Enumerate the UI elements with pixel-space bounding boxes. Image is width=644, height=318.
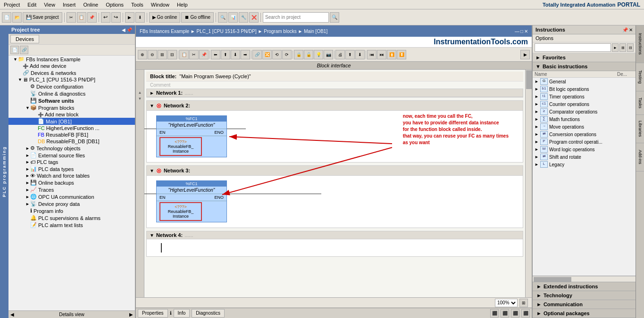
inst-item-move[interactable]: ► → Move operations xyxy=(533,123,636,130)
inst-item-comparator[interactable]: ► ≥ Comparator operations xyxy=(533,108,636,115)
inst-view-btn2[interactable]: ⊟ xyxy=(627,43,634,52)
go-online-btn[interactable]: ▶Go online xyxy=(149,12,181,23)
tree-item-program-blocks[interactable]: ▼📦 Program blocks xyxy=(8,104,135,111)
inst-item-math[interactable]: ► ∑ Math functions xyxy=(533,115,636,123)
tree-item-reusable-db[interactable]: DB ReusableFB_DB [DB1] xyxy=(8,138,135,145)
search-btn[interactable]: 🔍 xyxy=(330,12,339,23)
ed-btn-19[interactable]: 📷 xyxy=(324,50,333,59)
ed-btn-20[interactable]: 🖨 xyxy=(335,50,345,59)
inst-item-legacy[interactable]: ► L Legacy xyxy=(533,161,636,168)
ed-btn-2[interactable]: ⊖ xyxy=(148,50,157,59)
portal-btn3[interactable]: 🔧 xyxy=(239,12,248,23)
tree-collapse-btn[interactable]: ◀ xyxy=(122,27,125,33)
open-btn[interactable]: 📂 xyxy=(12,12,22,23)
ed-btn-3[interactable]: ⊞ xyxy=(158,50,167,59)
zoom-selector[interactable]: 100% 75% 150% xyxy=(495,299,518,307)
tree-item-traces[interactable]: ►📈 Traces xyxy=(8,186,135,193)
ed-btn-12[interactable]: 🔗 xyxy=(252,50,262,59)
status-tab-properties[interactable]: Properties xyxy=(138,309,168,318)
net4-expand[interactable]: ▼ xyxy=(150,233,154,238)
cut-btn[interactable]: ✂ xyxy=(67,12,76,23)
status-tab-info[interactable]: Info xyxy=(174,309,190,318)
inst-item-conversion[interactable]: ► ⇄ Conversion operations xyxy=(533,130,636,138)
new-btn[interactable]: 📄 xyxy=(2,12,11,23)
vtab-testing[interactable]: Testing xyxy=(636,63,644,91)
inst-item-timer[interactable]: ► t1 Timer operations xyxy=(533,93,636,100)
copy-btn[interactable]: 📋 xyxy=(77,12,86,23)
ed-btn-16[interactable]: 🔒 xyxy=(294,50,303,59)
tree-item-device-proxy[interactable]: ►📡 Device proxy data xyxy=(8,200,135,207)
net3-expand[interactable]: ▼ xyxy=(150,168,154,173)
ed-btn-24[interactable]: ⏭ xyxy=(377,50,386,59)
tree-item-plc-tags[interactable]: ►🏷 PLC tags xyxy=(8,159,135,165)
bottom-nav-2[interactable]: ⬛ xyxy=(501,309,509,318)
tree-item-higher-level[interactable]: FC HigherLevelFunction ... xyxy=(8,125,135,131)
optional-packages-section[interactable]: ► Optional packages xyxy=(533,309,636,318)
favorites-header[interactable]: ► Favorites xyxy=(533,53,636,62)
bottom-nav-1[interactable]: ⬛ xyxy=(490,309,499,318)
tree-item-external-files[interactable]: ►📄 External source files xyxy=(8,152,135,159)
tree-item-fbs-root[interactable]: ▼📁 FBs Instances Example xyxy=(8,56,135,63)
inst-item-program-control[interactable]: ► P Program control operati... xyxy=(533,138,636,146)
ed-btn-6[interactable]: ✂ xyxy=(189,50,199,59)
inst-search-input[interactable] xyxy=(535,43,611,52)
menu-insert[interactable]: Insert xyxy=(59,1,80,8)
ed-btn-26[interactable]: ⏬ xyxy=(397,50,406,59)
undo-btn[interactable]: ↩ xyxy=(101,12,110,23)
tree-item-plc-alarm-text[interactable]: 📝 PLC alarm text lists xyxy=(8,221,135,228)
menu-window[interactable]: Window xyxy=(147,1,173,8)
inst-item-bit-logic[interactable]: ► b1 Bit logic operations xyxy=(533,85,636,93)
net2-expand[interactable]: ▼ xyxy=(150,103,154,108)
editor-content[interactable]: Block title: "Main Program Sweep (Cycle)… xyxy=(144,70,525,297)
tree-item-program-info[interactable]: ℹ Program info xyxy=(8,207,135,214)
download-btn[interactable]: ⬇ xyxy=(135,12,145,23)
inst-pin-btn[interactable]: 📌 xyxy=(622,27,628,33)
tree-item-add-block[interactable]: ➕ Add new block xyxy=(8,111,135,118)
menu-help[interactable]: Help xyxy=(173,1,192,8)
portal-btn1[interactable]: 🔍 xyxy=(218,12,227,23)
ed-btn-15[interactable]: ⟳ xyxy=(282,50,292,59)
technology-section[interactable]: ► Technology xyxy=(533,291,636,300)
ed-btn-22[interactable]: ⬇ xyxy=(355,50,365,59)
redo-btn[interactable]: ↪ xyxy=(111,12,121,23)
tree-item-watch-force[interactable]: ►👁 Watch and force tables xyxy=(8,172,135,179)
ed-btn-13[interactable]: 🔀 xyxy=(262,50,272,59)
ed-btn-10[interactable]: ⬇ xyxy=(231,50,240,59)
tree-item-tech-objects[interactable]: ►⚙ Technology objects xyxy=(8,145,135,152)
ed-btn-14[interactable]: ⟲ xyxy=(272,50,282,59)
compile-btn[interactable]: ▶ xyxy=(125,12,134,23)
inst-search-arrow[interactable]: ► xyxy=(612,43,619,52)
tree-tb-1[interactable]: 📄 xyxy=(10,46,19,54)
tree-item-reusable-fb[interactable]: FB ReusableFB [FB1] xyxy=(8,131,135,138)
vtab-add-ins[interactable]: Add-ins xyxy=(636,143,644,171)
go-offline-btn[interactable]: ⏹Go offline xyxy=(181,12,214,23)
tree-scroll-left[interactable]: ◀ xyxy=(10,312,14,317)
menu-project[interactable]: Project xyxy=(0,0,24,9)
tree-item-add-device[interactable]: ➕ Add new device xyxy=(8,63,135,69)
paste-btn[interactable]: 📌 xyxy=(87,12,97,23)
menu-tools[interactable]: Tools xyxy=(127,1,147,8)
menu-online[interactable]: Online xyxy=(79,1,102,8)
ed-btn-17[interactable]: 🔓 xyxy=(304,50,313,59)
tree-tb-2[interactable]: 🔗 xyxy=(20,46,28,54)
devices-tab[interactable]: Devices xyxy=(10,35,39,43)
editor-close-btn[interactable]: ✕ xyxy=(524,29,528,34)
bottom-nav-4[interactable]: ⬛ xyxy=(521,309,530,318)
tree-item-plc-supervision[interactable]: 🔔 PLC supervisions & alarms xyxy=(8,214,135,221)
bottom-nav-3[interactable]: ⬛ xyxy=(511,309,519,318)
tree-item-opc-ua[interactable]: ►🌐 OPC UA communication xyxy=(8,193,135,200)
menu-options[interactable]: Options xyxy=(102,1,127,8)
ed-btn-7[interactable]: 📌 xyxy=(199,50,209,59)
ed-btn-8[interactable]: ⬅ xyxy=(211,50,220,59)
tree-item-online-diag[interactable]: 📡 Online & diagnostics xyxy=(8,90,135,97)
basic-instructions-header[interactable]: ▼ Basic instructions xyxy=(533,62,636,71)
tree-pin-btn[interactable]: 📌 xyxy=(126,27,132,33)
inst-close-btn[interactable]: ✕ xyxy=(629,27,633,33)
ed-btn-1[interactable]: ⊕ xyxy=(138,50,147,59)
tree-scroll-right[interactable]: ▶ xyxy=(129,312,133,317)
tree-item-devices-networks[interactable]: 🔗 Devices & networks xyxy=(8,69,135,76)
net1-expand[interactable]: ► xyxy=(150,90,154,96)
zoom-btn[interactable]: ⊞ xyxy=(519,299,528,307)
editor-maximize-btn[interactable]: □ xyxy=(520,29,523,34)
menu-view[interactable]: View xyxy=(40,1,59,8)
